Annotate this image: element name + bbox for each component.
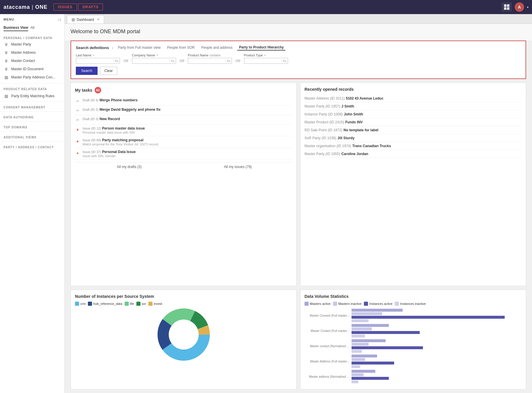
legend-sor: sor [136, 302, 146, 306]
bar-masters-active-1 [352, 324, 389, 327]
sidebar-section-additional-label: ADDITIONAL VIEWS [0, 135, 64, 140]
instances-chart-panel: Number of Instances per Source System cr… [71, 290, 297, 389]
recent-item-4[interactable]: RD Sale Point (ID 1872) No template for … [305, 126, 522, 134]
pencil-icon [75, 98, 80, 104]
all-my-drafts-button[interactable]: All my drafts (3) [75, 162, 184, 171]
topbar-tabs: ISSUES DRAFTS [53, 4, 103, 11]
sidebar-section-personal: PERSONAL / COMPANY DATA ♛ Master Party ♛… [0, 33, 64, 82]
task-title-1: Draft (ID 2) Merge David Baggerly and ph… [83, 108, 292, 112]
tab-close-icon[interactable]: ✕ [97, 18, 100, 21]
field-product-name-label: Product Name contains [188, 53, 232, 57]
search-def-tab-1[interactable]: People from SOR [165, 45, 196, 50]
recent-item-7[interactable]: Master Party (ID 1955) Caroline Jordan [305, 150, 522, 158]
sidebar-item-master-id-document[interactable]: ♛ Master ID Document [0, 65, 64, 73]
sidebar-collapse-icon[interactable]: ◁ [58, 17, 61, 22]
task-item-4: Issue (ID 80) Party matching proposal Ma… [75, 136, 292, 148]
drafts-tab[interactable]: DRAFTS [78, 4, 103, 11]
search-button[interactable]: Search [76, 67, 98, 75]
bar-instances-inactive-2 [352, 350, 362, 353]
sidebar-tabs: Business View All [0, 23, 64, 33]
recent-item-2[interactable]: Instance Party (ID 1008) John Smith [305, 110, 522, 118]
crown-icon: ♛ [4, 58, 9, 63]
topbar: ataccama | ONE ISSUES DRAFTS A ▾ [0, 0, 532, 14]
recent-item-5[interactable]: SoR Party (ID 1038) Jill Sturdy [305, 134, 522, 142]
grid-icon: ▦ [4, 94, 9, 98]
sidebar-section-party-address: PARTY / ADDRESS / CONTACT [0, 143, 64, 150]
legend-masters-active: Masters active [305, 302, 331, 306]
app-logo: ataccama | ONE [4, 4, 48, 10]
bottom-panels: Number of Instances per Source System cr… [65, 290, 532, 393]
search-or-2: OR [178, 59, 186, 63]
legend-color-instances-inactive [395, 302, 399, 306]
bar-masters-active-2 [352, 339, 386, 342]
sidebar-divider-4 [0, 121, 64, 122]
instances-chart-title: Number of Instances per Source System [75, 294, 292, 299]
sidebar-tab-business-view[interactable]: Business View [4, 25, 28, 31]
recent-item-0[interactable]: Master Address (ID 2011) 5102 43 Avenue … [305, 95, 522, 103]
task-sub-5: Issue with SIN, Gender [83, 154, 292, 158]
search-def-tab-3[interactable]: Party to Product Hierarchy [237, 45, 285, 51]
chevron-down-icon[interactable]: ▾ [527, 6, 528, 9]
recently-opened-title: Recently opened records [305, 87, 522, 92]
sidebar-divider-3 [0, 111, 64, 112]
pencil-icon [75, 108, 80, 113]
crown-icon: ♛ [4, 67, 9, 71]
sidebar-item-party-entity-matching[interactable]: ▦ Party Entity Matching Rules [0, 92, 64, 100]
arrow-icon: › [112, 46, 113, 50]
task-item-1: Draft (ID 2) Merge David Baggerly and ph… [75, 106, 292, 115]
all-my-issues-button[interactable]: All my issues (79) [184, 162, 292, 171]
sidebar-divider-2 [0, 101, 64, 102]
legend-instances-active: Instances active [364, 302, 392, 306]
sidebar-divider-5 [0, 131, 64, 132]
bar-instances-active-2 [352, 346, 423, 349]
topbar-right: A ▾ [502, 2, 528, 12]
product-name-input[interactable] [189, 59, 225, 63]
search-defs-label: Search definitions [76, 46, 109, 50]
task-title-3: Issue (ID 12) Person master data issue [83, 126, 292, 130]
recent-item-6[interactable]: Master organisation (ID 1974) Trans Cana… [305, 142, 522, 150]
aa-icon: Aa [281, 59, 286, 63]
search-def-tab-2[interactable]: People and address [199, 45, 234, 50]
sidebar-item-master-party-address-con[interactable]: ▦ Master Party Address Con... [0, 73, 64, 81]
sidebar-item-master-contact[interactable]: ♛ Master Contact [0, 57, 64, 65]
bar-row-2: Master contact (Normalized ... [305, 339, 522, 353]
legend-color-life [125, 302, 129, 306]
product-type-input[interactable] [245, 59, 282, 63]
recently-opened-panel: Recently opened records Master Address (… [300, 83, 526, 286]
sidebar: MENU ◁ Business View All PERSONAL / COMP… [0, 14, 65, 393]
bar-group-0 [352, 309, 522, 322]
dashboard-grid-button[interactable] [502, 3, 512, 11]
bar-instances-active-0 [352, 316, 505, 319]
tab-bar: ▦ Dashboard ✕ [65, 14, 532, 24]
task-title-0: Draft (ID 4) Merge Phone numbers [83, 98, 292, 102]
donut-chart [75, 308, 292, 361]
bar-masters-active-0 [352, 309, 403, 312]
recent-item-1[interactable]: Master Party (ID 1957) J Smith [305, 103, 522, 110]
field-last-name: Last Name = Aa [76, 53, 120, 64]
company-name-input[interactable] [133, 59, 170, 63]
issues-tab[interactable]: ISSUES [53, 4, 77, 11]
avatar[interactable]: A [515, 2, 524, 12]
last-name-input[interactable] [77, 59, 113, 63]
sidebar-section-personal-label: PERSONAL / COMPANY DATA [0, 35, 64, 40]
sidebar-section-consent-label: CONSENT MANAGEMENT [0, 105, 64, 110]
sidebar-section-top-domains: TOP DOMAINS [0, 123, 64, 130]
legend-color-crm [75, 302, 79, 306]
search-or-1: OR [122, 59, 130, 63]
sidebar-item-master-address[interactable]: ♛ Master Address [0, 48, 64, 57]
recent-item-3[interactable]: Master Product (ID 2415) Funds INV [305, 118, 522, 126]
legend-color-masters-active [305, 302, 309, 306]
clear-button[interactable]: Clear [100, 67, 117, 75]
search-def-tab-0[interactable]: Party from Full master view [116, 45, 162, 50]
search-actions: Search Clear [76, 67, 521, 75]
aa-icon: Aa [169, 59, 174, 63]
sidebar-tab-all[interactable]: All [31, 25, 34, 31]
sidebar-section-top-domains-label: TOP DOMAINS [0, 125, 64, 130]
sidebar-divider-1 [0, 83, 64, 83]
sidebar-item-master-party[interactable]: ♛ Master Party [0, 40, 64, 48]
legend-color-invest [148, 302, 153, 306]
my-tasks-panel: My tasks 82 Draft (ID 4) Merge Phone num… [71, 83, 297, 286]
bar-masters-inactive-1 [352, 328, 372, 330]
dashboard-tab[interactable]: ▦ Dashboard ✕ [67, 15, 104, 23]
bar-masters-inactive-4 [352, 373, 364, 376]
